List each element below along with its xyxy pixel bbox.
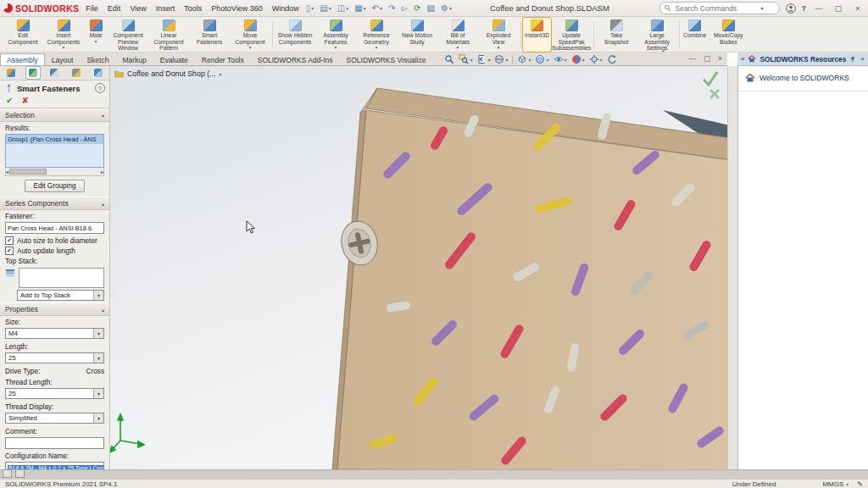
exploded-view-button[interactable]: Exploded View▾	[478, 18, 519, 52]
select-icon[interactable]: ▻	[401, 3, 408, 13]
edit-appearance-icon[interactable]: ▾	[571, 54, 585, 64]
search-input[interactable]	[674, 3, 759, 14]
tab-evaluate[interactable]: Evaluate	[153, 53, 195, 65]
open-icon[interactable]: ▤▾	[320, 3, 331, 13]
chevron-down-icon[interactable]: ▾	[93, 329, 103, 338]
results-listbox[interactable]: Group1 (Pan Cross Head - ANS	[5, 134, 104, 168]
comment-field[interactable]	[5, 437, 104, 449]
save-icon[interactable]: ◫▾	[337, 3, 348, 13]
tab-splitter-icon[interactable]	[15, 469, 25, 478]
display-style-icon[interactable]: ▾	[535, 54, 548, 64]
section-properties[interactable]: Properties ▴	[0, 302, 109, 316]
chevron-down-icon[interactable]: ▾	[311, 5, 314, 11]
view-settings-icon[interactable]: ▾	[589, 54, 603, 64]
move-copy-bodies-button[interactable]: Move/Copy Bodies	[708, 18, 748, 52]
edit-grouping-button[interactable]: Edit Grouping	[25, 180, 84, 192]
chevron-down-icon[interactable]: ▾	[364, 5, 366, 11]
chevron-down-icon[interactable]: ▾	[582, 57, 585, 63]
tab-layout[interactable]: Layout	[45, 53, 81, 65]
chevron-down-icon[interactable]: ▾	[498, 45, 500, 50]
scroll-right-icon[interactable]: ▸	[101, 169, 103, 175]
configuration-manager-tab[interactable]	[47, 67, 61, 79]
smart-fasteners-button[interactable]: Smart Fasteners	[189, 18, 230, 52]
section-series-components[interactable]: Series Components ▴	[0, 197, 109, 210]
zoom-area-icon[interactable]: ▾	[459, 54, 472, 64]
hide-show-items-icon[interactable]: ▾	[554, 54, 567, 64]
chevron-down-icon[interactable]: ▾	[346, 5, 348, 11]
menu-edit[interactable]: Edit	[108, 4, 121, 13]
tab-splitter-icon[interactable]	[3, 469, 12, 478]
zoom-fit-icon[interactable]	[444, 54, 454, 64]
edit-sketch-icon[interactable]: ✎	[857, 480, 863, 488]
checkbox-checked-icon[interactable]: ✔	[5, 247, 14, 255]
take-snapshot-button[interactable]: Take Snapshot	[596, 18, 637, 52]
minimize-button[interactable]: —	[812, 4, 826, 13]
chevron-down-icon[interactable]: ▾	[380, 5, 382, 11]
collapse-pane-icon[interactable]: «	[741, 55, 744, 63]
length-select[interactable]: 25 ▾	[5, 352, 104, 363]
tab-assembly[interactable]: Assembly	[0, 53, 45, 65]
chevron-down-icon[interactable]: ▾	[93, 413, 103, 423]
thread-length-select[interactable]: 25 ▾	[5, 388, 104, 399]
auto-size-checkbox[interactable]: ✔ Auto size to hole diameter	[0, 235, 109, 245]
3d-model-canvas[interactable]	[110, 66, 727, 469]
scroll-left-icon[interactable]: ◂	[6, 169, 8, 175]
auto-update-checkbox[interactable]: ✔ Auto update length	[0, 245, 109, 255]
pm-cancel-icon[interactable]: ✘	[21, 96, 28, 105]
menu-insert[interactable]: Insert	[156, 4, 175, 13]
command-search[interactable]: ▾	[659, 2, 780, 14]
tab-render-tools[interactable]: Render Tools	[195, 53, 251, 65]
update-speedpak-button[interactable]: Update SpeedPak Subassemblies	[551, 18, 592, 52]
insert-components-button[interactable]: Insert Components▾	[43, 18, 84, 52]
file-properties-icon[interactable]: ▧	[427, 3, 435, 13]
pm-help-icon[interactable]: ?	[95, 83, 105, 93]
chevron-down-icon[interactable]: ▾	[846, 481, 849, 487]
doc-minimize-icon[interactable]: —	[689, 54, 697, 63]
linear-component-pattern-button[interactable]: Linear Component Pattern▾	[148, 18, 189, 52]
chevron-down-icon[interactable]: ▾	[600, 57, 603, 63]
status-units[interactable]: MMGS ▾	[822, 480, 849, 488]
configuration-name-field[interactable]: B18.6.7M - M4 x 0.7 x 25 Type I Cross Re	[5, 462, 104, 469]
tab-markup[interactable]: Markup	[115, 53, 153, 65]
section-selection[interactable]: Selection ▾	[0, 108, 109, 122]
new-icon[interactable]: ▯▾	[306, 3, 314, 13]
doc-close-icon[interactable]: ×	[718, 54, 722, 63]
results-item[interactable]: Group1 (Pan Cross Head - ANS	[6, 135, 103, 144]
menu-photoview-360[interactable]: PhotoView 360	[211, 4, 262, 13]
display-manager-tab[interactable]	[92, 67, 105, 79]
rebuild-icon[interactable]: ⟳	[414, 3, 420, 13]
chevron-down-icon[interactable]: ▾	[93, 389, 103, 398]
assembly-features-button[interactable]: Assembly Features▾	[315, 18, 356, 52]
move-component-button[interactable]: Move Component▾	[230, 18, 270, 52]
show-hidden-components-button[interactable]: Show Hidden Components	[275, 18, 315, 52]
help-icon[interactable]: ?	[802, 4, 807, 13]
chevron-down-icon[interactable]: ▾	[487, 57, 490, 63]
chevron-down-icon[interactable]: ▾	[63, 45, 65, 50]
menu-tools[interactable]: Tools	[184, 4, 202, 13]
menu-window[interactable]: Window	[272, 4, 299, 13]
menu-view[interactable]: View	[130, 4, 146, 13]
fastener-value-field[interactable]: Pan Cross Head - ANSI B18.6.	[5, 222, 104, 234]
chevron-down-icon[interactable]: ▾	[546, 57, 548, 63]
dimxpert-manager-tab[interactable]	[70, 67, 83, 79]
confirm-cancel-icon[interactable]	[710, 90, 719, 98]
chevron-down-icon[interactable]: ▾	[93, 353, 103, 363]
feature-tree-flyout[interactable]: Coffee and Donut Shop (... ▾	[114, 69, 222, 78]
welcome-link[interactable]: Welcome to SOLIDWORKS	[738, 66, 868, 92]
close-button[interactable]: ×	[851, 4, 865, 13]
print-icon[interactable]: ▦▾	[354, 3, 365, 13]
checkbox-checked-icon[interactable]: ✔	[5, 236, 14, 245]
scrollbar-thumb[interactable]	[9, 169, 47, 175]
large-assembly-settings-button[interactable]: Large Assembly Settings▾	[637, 18, 677, 52]
chevron-down-icon[interactable]: ▾	[329, 5, 331, 11]
combine-button[interactable]: Combine	[682, 18, 708, 52]
tab-sketch[interactable]: Sketch	[80, 53, 115, 65]
component-preview-window-button[interactable]: Component Preview Window	[108, 18, 148, 52]
chevron-down-icon[interactable]: ▾	[249, 45, 252, 50]
chevron-down-icon[interactable]: ▾	[457, 45, 459, 50]
doc-restore-icon[interactable]: ▢	[704, 54, 710, 63]
property-manager-tab[interactable]	[26, 67, 40, 79]
new-motion-study-button[interactable]: New Motion Study	[397, 18, 437, 52]
bill-of-materials-button[interactable]: Bill of Materials▾	[437, 18, 478, 52]
chevron-down-icon[interactable]: ▾	[528, 57, 531, 63]
